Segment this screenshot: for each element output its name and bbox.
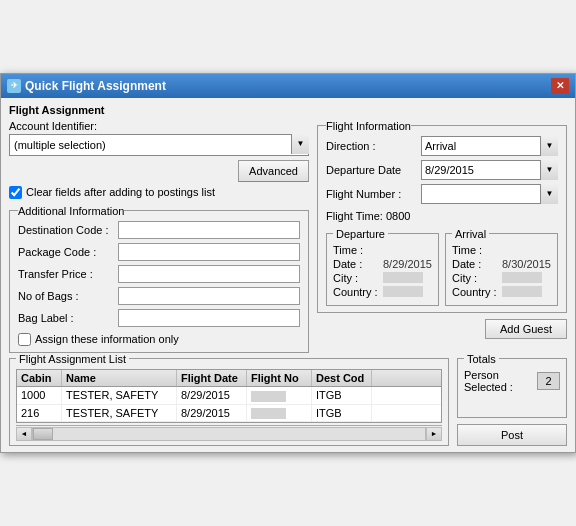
no-of-bags-label: No of Bags :: [18, 290, 118, 302]
arr-country-row: Country :: [452, 286, 551, 298]
flight-number-label: Flight Number :: [326, 188, 421, 200]
table-row[interactable]: 216 TESTER, SAFETY 8/29/2015 ITGB: [17, 405, 441, 423]
assign-info-only-label: Assign these information only: [35, 333, 179, 345]
table-body: 1000 TESTER, SAFETY 8/29/2015 ITGB 216 T…: [17, 387, 441, 422]
flight-list-legend: Flight Assignment List: [16, 353, 129, 365]
departure-date-wrapper: 8/29/2015 ▼: [421, 160, 558, 180]
assign-check-row: Assign these information only: [18, 333, 300, 346]
dep-city-value: [383, 272, 423, 283]
person-selected-label: Person Selected :: [464, 369, 533, 393]
arr-time-label: Time :: [452, 244, 502, 256]
dep-country-row: Country :: [333, 286, 432, 298]
arr-time-row: Time :: [452, 244, 551, 256]
row2-name: TESTER, SAFETY: [62, 405, 177, 422]
arr-date-value: 8/30/2015: [502, 258, 551, 270]
additional-info-legend: Additional Information: [18, 205, 124, 217]
arr-city-label: City :: [452, 272, 502, 284]
package-code-row: Package Code :: [18, 243, 300, 261]
scroll-left-button[interactable]: ◄: [16, 427, 32, 441]
direction-select[interactable]: Arrival Departure: [421, 136, 558, 156]
scrollbar-track[interactable]: [32, 427, 426, 441]
flight-info-legend: Flight Information: [326, 120, 411, 132]
table-row[interactable]: 1000 TESTER, SAFETY 8/29/2015 ITGB: [17, 387, 441, 405]
dep-city-label: City :: [333, 272, 383, 284]
dep-country-value: [383, 286, 423, 297]
horizontal-scrollbar[interactable]: ◄ ►: [16, 425, 442, 441]
dep-time-row: Time :: [333, 244, 432, 256]
package-code-label: Package Code :: [18, 246, 118, 258]
flight-number-select[interactable]: [421, 184, 558, 204]
scrollbar-thumb[interactable]: [33, 428, 53, 440]
left-panel: Account Identifier: (multiple selection)…: [9, 120, 309, 353]
dep-date-label: Date :: [333, 258, 383, 270]
row1-flight-no: [247, 387, 312, 404]
flight-info-fieldset: Flight Information Direction : Arrival D…: [317, 120, 567, 313]
col-name-header: Name: [62, 370, 177, 386]
title-bar-left: ✈ Quick Flight Assignment: [7, 79, 166, 93]
arr-country-label: Country :: [452, 286, 502, 298]
top-section: Account Identifier: (multiple selection)…: [9, 120, 567, 353]
flight-time-value: 0800: [386, 210, 410, 222]
scroll-right-button[interactable]: ►: [426, 427, 442, 441]
destination-code-row: Destination Code :: [18, 221, 300, 239]
arr-date-label: Date :: [452, 258, 502, 270]
table-header: Cabin Name Flight Date Flight No Dest Co…: [17, 370, 441, 387]
window-title: Quick Flight Assignment: [25, 79, 166, 93]
flight-list-table: Cabin Name Flight Date Flight No Dest Co…: [16, 369, 442, 423]
clear-checkbox[interactable]: [9, 186, 22, 199]
transfer-price-input[interactable]: [118, 265, 300, 283]
col-destcod-header: Dest Cod: [312, 370, 372, 386]
window-body: Flight Assignment Account Identifier: (m…: [1, 98, 575, 452]
direction-label: Direction :: [326, 140, 421, 152]
no-of-bags-input[interactable]: [118, 287, 300, 305]
package-code-input[interactable]: [118, 243, 300, 261]
transfer-price-row: Transfer Price :: [18, 265, 300, 283]
col-cabin-header: Cabin: [17, 370, 62, 386]
dep-date-row: Date : 8/29/2015: [333, 258, 432, 270]
departure-fieldset: Departure Time : Date : 8/29/2015 City :: [326, 228, 439, 306]
totals-fieldset: Totals Person Selected : 2: [457, 353, 567, 418]
additional-info-fieldset: Additional Information Destination Code …: [9, 205, 309, 353]
dep-city-row: City :: [333, 272, 432, 284]
flight-time-row: Flight Time: 0800: [326, 208, 558, 224]
row2-dest-cod: ITGB: [312, 405, 372, 422]
destination-code-label: Destination Code :: [18, 224, 118, 236]
account-select[interactable]: (multiple selection): [9, 134, 309, 156]
totals-legend: Totals: [464, 353, 499, 365]
right-panel: Flight Information Direction : Arrival D…: [317, 120, 567, 353]
add-guest-row: Add Guest: [317, 319, 567, 339]
transfer-price-label: Transfer Price :: [18, 268, 118, 280]
no-of-bags-row: No of Bags :: [18, 287, 300, 305]
col-flightno-header: Flight No: [247, 370, 312, 386]
close-button[interactable]: ✕: [551, 78, 569, 94]
dep-time-label: Time :: [333, 244, 383, 256]
bag-label-row: Bag Label :: [18, 309, 300, 327]
row1-dest-cod: ITGB: [312, 387, 372, 404]
clear-checkbox-row: Clear fields after adding to postings li…: [9, 186, 309, 199]
arr-country-value: [502, 286, 542, 297]
flight-time-label: Flight Time:: [326, 210, 383, 222]
person-selected-row: Person Selected : 2: [464, 369, 560, 393]
destination-code-input[interactable]: [118, 221, 300, 239]
departure-date-select[interactable]: 8/29/2015: [421, 160, 558, 180]
add-guest-button[interactable]: Add Guest: [485, 319, 567, 339]
account-row: (multiple selection) ▼: [9, 134, 309, 156]
assign-info-only-checkbox[interactable]: [18, 333, 31, 346]
bottom-section: Flight Assignment List Cabin Name Flight…: [9, 353, 567, 446]
flight-number-row: Flight Number : ▼: [326, 184, 558, 204]
account-select-wrapper: (multiple selection) ▼: [9, 134, 309, 156]
person-selected-value: 2: [537, 372, 560, 390]
bag-label-label: Bag Label :: [18, 312, 118, 324]
dep-arr-section: Departure Time : Date : 8/29/2015 City :: [326, 228, 558, 306]
row2-flight-no: [247, 405, 312, 422]
advanced-button[interactable]: Advanced: [238, 160, 309, 182]
row2-flight-date: 8/29/2015: [177, 405, 247, 422]
post-button[interactable]: Post: [457, 424, 567, 446]
main-window: ✈ Quick Flight Assignment ✕ Flight Assig…: [0, 73, 576, 453]
dep-country-label: Country :: [333, 286, 383, 298]
arrival-fieldset: Arrival Time : Date : 8/30/2015 City :: [445, 228, 558, 306]
arr-city-row: City :: [452, 272, 551, 284]
row1-cabin: 1000: [17, 387, 62, 404]
departure-date-row: Departure Date 8/29/2015 ▼: [326, 160, 558, 180]
bag-label-input[interactable]: [118, 309, 300, 327]
